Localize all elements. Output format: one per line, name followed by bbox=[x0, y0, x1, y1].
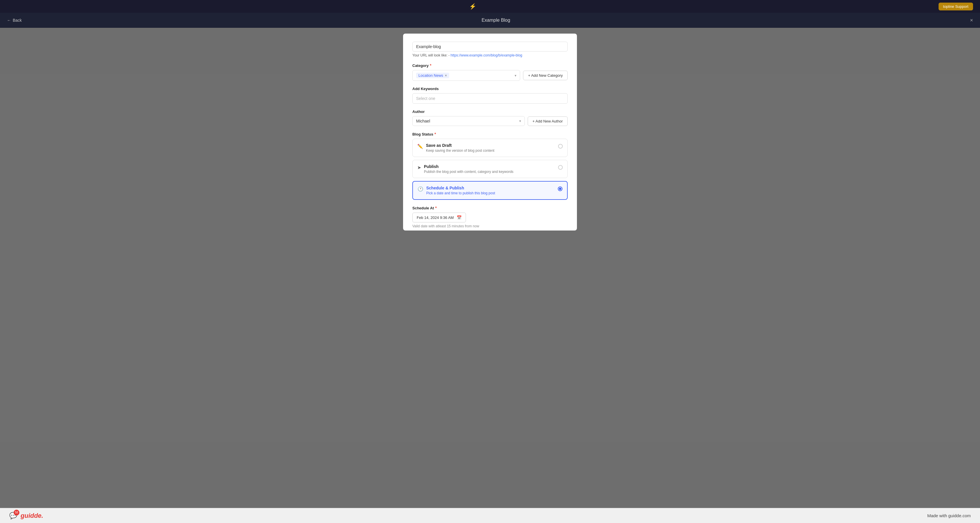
back-label: Back bbox=[13, 18, 22, 22]
schedule-icon: 🕐 bbox=[418, 186, 423, 192]
author-select[interactable]: Michael ▾ bbox=[412, 116, 525, 126]
back-arrow-icon: ← bbox=[7, 18, 11, 22]
status-card-schedule[interactable]: 🕐 Schedule & Publish Pick a date and tim… bbox=[412, 181, 568, 200]
made-with-text: Made with guidde.com bbox=[927, 513, 971, 518]
lightning-icon: ⚡ bbox=[469, 3, 476, 10]
category-label: Category * bbox=[412, 63, 568, 68]
back-button[interactable]: ← Back bbox=[7, 18, 22, 22]
chat-badge: 58 bbox=[14, 510, 19, 515]
publish-desc: Publish the blog post with content, cate… bbox=[424, 170, 514, 174]
category-row: Location News × ▾ + Add New Category bbox=[412, 70, 568, 81]
schedule-date-input[interactable]: Feb 14, 2024 9:36 AM 📅 bbox=[412, 212, 466, 222]
draft-icon: ✏️ bbox=[417, 144, 423, 149]
schedule-hint: Valid date with atleast 15 minutes from … bbox=[412, 224, 568, 228]
category-tag: Location News × bbox=[416, 73, 449, 78]
support-button[interactable]: topline Support bbox=[939, 3, 973, 10]
bottom-left: 💬 58 guidde. bbox=[9, 512, 43, 520]
url-preview-prefix: Your URL will look like: - bbox=[412, 53, 450, 57]
guidde-logo: guidde. bbox=[21, 512, 43, 520]
bottom-bar: 💬 58 guidde. Made with guidde.com bbox=[0, 508, 980, 523]
add-author-button[interactable]: + Add New Author bbox=[528, 116, 568, 126]
author-label: Author bbox=[412, 109, 568, 114]
url-input[interactable] bbox=[412, 42, 568, 52]
draft-title: Save as Draft bbox=[426, 143, 494, 148]
tag-close-icon[interactable]: × bbox=[445, 74, 447, 78]
author-chevron-icon: ▾ bbox=[519, 119, 521, 123]
schedule-radio[interactable] bbox=[558, 187, 562, 191]
url-preview: Your URL will look like: - https://www.e… bbox=[412, 53, 568, 57]
close-button[interactable]: × bbox=[970, 17, 973, 24]
category-tag-label: Location News bbox=[418, 73, 443, 78]
publish-radio[interactable] bbox=[558, 165, 563, 170]
category-group: Category * Location News × ▾ + Add New C… bbox=[412, 63, 568, 81]
calendar-icon: 📅 bbox=[457, 215, 461, 220]
author-group: Author Michael ▾ + Add New Author bbox=[412, 109, 568, 126]
nav-title: Example Blog bbox=[26, 17, 965, 23]
publish-card-left: ➤ Publish Publish the blog post with con… bbox=[417, 164, 514, 174]
schedule-at-group: Schedule At * Feb 14, 2024 9:36 AM 📅 Val… bbox=[412, 206, 568, 230]
status-label: Blog Status * bbox=[412, 132, 568, 136]
draft-radio[interactable] bbox=[558, 144, 563, 149]
author-value: Michael bbox=[416, 119, 430, 124]
schedule-card-left: 🕐 Schedule & Publish Pick a date and tim… bbox=[418, 185, 495, 195]
author-row: Michael ▾ + Add New Author bbox=[412, 116, 568, 126]
draft-card-left: ✏️ Save as Draft Keep saving the version… bbox=[417, 143, 494, 153]
top-bar: ⚡ topline Support bbox=[0, 0, 980, 13]
status-card-publish[interactable]: ➤ Publish Publish the blog post with con… bbox=[412, 160, 568, 178]
top-bar-center: ⚡ bbox=[469, 3, 476, 10]
schedule-required-star: * bbox=[435, 206, 437, 210]
publish-icon: ➤ bbox=[417, 165, 421, 170]
url-link[interactable]: https://www.example.com/blog/b/example-b… bbox=[450, 53, 522, 57]
add-category-button[interactable]: + Add New Category bbox=[523, 71, 568, 80]
publish-title: Publish bbox=[424, 164, 514, 169]
schedule-date-value: Feb 14, 2024 9:36 AM bbox=[417, 216, 454, 220]
schedule-desc: Pick a date and time to publish this blo… bbox=[426, 191, 495, 195]
keywords-group: Add Keywords Select one bbox=[412, 87, 568, 104]
keywords-select[interactable]: Select one bbox=[412, 93, 568, 104]
required-star: * bbox=[430, 63, 431, 68]
overlay-background: Your URL will look like: - https://www.e… bbox=[0, 28, 980, 508]
blog-settings-modal: Your URL will look like: - https://www.e… bbox=[403, 33, 577, 230]
status-required-star: * bbox=[434, 132, 436, 136]
schedule-title: Schedule & Publish bbox=[426, 185, 495, 190]
chevron-down-icon: ▾ bbox=[515, 74, 516, 78]
url-input-group: Your URL will look like: - https://www.e… bbox=[412, 42, 568, 57]
keywords-label: Add Keywords bbox=[412, 87, 568, 91]
chat-icon-wrap: 💬 58 bbox=[9, 512, 17, 520]
nav-bar: ← Back Example Blog × bbox=[0, 13, 980, 28]
schedule-text: Schedule & Publish Pick a date and time … bbox=[426, 185, 495, 195]
category-select[interactable]: Location News × ▾ bbox=[412, 70, 520, 81]
schedule-at-label: Schedule At * bbox=[412, 206, 568, 210]
draft-text: Save as Draft Keep saving the version of… bbox=[426, 143, 494, 153]
status-card-draft[interactable]: ✏️ Save as Draft Keep saving the version… bbox=[412, 139, 568, 157]
draft-desc: Keep saving the version of blog post con… bbox=[426, 149, 494, 153]
keywords-placeholder: Select one bbox=[416, 96, 435, 101]
status-group: Blog Status * ✏️ Save as Draft Keep savi… bbox=[412, 132, 568, 200]
publish-text: Publish Publish the blog post with conte… bbox=[424, 164, 514, 174]
